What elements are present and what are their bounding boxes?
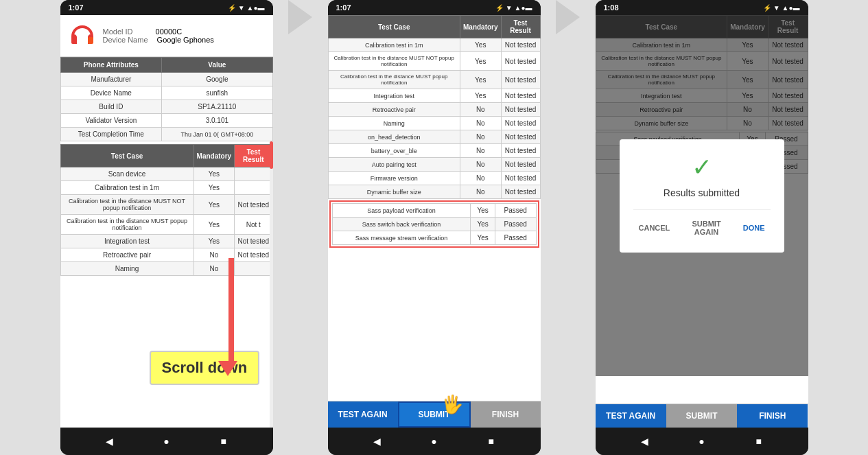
phone-2: 1:07 ⚡ ▼ ▲●▬ Test Case Mandatory Test Re… [328, 0, 541, 455]
status-icons-2: ⚡ ▼ ▲●▬ [495, 4, 532, 12]
status-bar-1: 1:07 ⚡ ▼ ▲●▬ [60, 0, 273, 15]
back-button-3[interactable]: ◀ [637, 434, 651, 448]
device-header: Model ID 00000C Device Name Google Gphon… [60, 15, 273, 57]
test-header-result: Test Result [235, 145, 272, 167]
test-again-button-2[interactable]: TEST AGAIN [328, 401, 398, 428]
cursor-hand: 🖐 [441, 394, 463, 415]
device-info: Model ID 00000C Device Name Google Gphon… [103, 27, 214, 44]
table-row: Manufacturer Google [60, 73, 272, 86]
arrow-2 [541, 0, 596, 34]
time-3: 1:08 [604, 3, 619, 12]
table-row: Retroactive pair No Not tested [328, 103, 540, 117]
attr-header-value: Value [162, 58, 272, 73]
table-row: Auto pairing test No Not tested [328, 158, 540, 172]
status-icons-3: ⚡ ▼ ▲●▬ [763, 4, 799, 12]
sass-row: Sass message stream verification Yes Pas… [332, 231, 536, 245]
headphone-icon [69, 22, 96, 49]
action-buttons-3: TEST AGAIN SUBMIT FINISH [596, 404, 808, 428]
table-row: Build ID SP1A.21110 [60, 100, 272, 114]
scroll-down-annotation: Scroll down [150, 351, 260, 385]
table-row: Calibration test in the distance MUST po… [60, 215, 272, 235]
sass-row: Sass payload verification Yes Passed [332, 204, 536, 218]
test2-header-result: Test Result [501, 16, 540, 38]
screen-3: Test Case Mandatory Test Result Calibrat… [596, 15, 808, 404]
table-row: Calibration test in 1m Yes [60, 181, 272, 195]
table-row: Naming No [60, 262, 272, 276]
phone-1: 1:07 ⚡ ▼ ▲●▬ Model ID 00000C [60, 0, 273, 455]
back-button-1[interactable]: ◀ [102, 434, 116, 448]
results-dialog-overlay: ✓ Results submitted CANCEL SUBMIT AGAIN … [596, 15, 808, 376]
table-row: Naming No Not tested [328, 117, 540, 130]
table-row: battery_over_ble No Not tested [328, 144, 540, 158]
home-button-3[interactable]: ● [694, 434, 708, 448]
status-icons-1: ⚡ ▼ ▲●▬ [228, 4, 264, 12]
dialog-cancel-button[interactable]: CANCEL [633, 217, 676, 239]
test-header-case: Test Case [60, 145, 193, 167]
table-row: Integration test Yes Not tested [328, 89, 540, 103]
status-bar-3: 1:08 ⚡ ▼ ▲●▬ [596, 0, 808, 15]
table-row: Calibration test in the distance MUST NO… [60, 195, 272, 215]
action-buttons-2: TEST AGAIN SUBMIT FINISH submit 🖐 [328, 401, 541, 428]
sass-table: Sass payload verification Yes Passed Sas… [332, 203, 537, 245]
test-table-2: Test Case Mandatory Test Result Calibrat… [328, 15, 541, 199]
test-header-mandatory: Mandatory [193, 145, 235, 167]
table-row: Calibration test in the distance MUST NO… [328, 52, 540, 71]
dialog-done-button[interactable]: DONE [738, 217, 771, 239]
nav-bar-2: ◀ ● ■ [328, 428, 541, 455]
table-row: Dynamic buffer size No Not tested [328, 185, 540, 199]
svg-rect-0 [71, 37, 77, 44]
model-id-label: Model ID [103, 27, 133, 36]
table-row: Device Name sunfish [60, 86, 272, 100]
model-id-value: 00000C [156, 27, 183, 36]
svg-rect-1 [88, 37, 93, 44]
home-button-1[interactable]: ● [159, 434, 173, 448]
test-table-1: Test Case Mandatory Test Result Scan dev… [60, 144, 273, 276]
finish-button-2[interactable]: FINISH [471, 401, 541, 428]
screen-2[interactable]: Test Case Mandatory Test Result Calibrat… [328, 15, 541, 401]
nav-bar-1: ◀ ● ■ [60, 428, 273, 455]
dialog-title: Results submitted [633, 187, 771, 198]
recent-button-3[interactable]: ■ [752, 434, 766, 448]
table-row: Calibration test in the distance MUST po… [328, 71, 540, 89]
table-row: Scan device Yes [60, 167, 272, 181]
test2-header-mandatory: Mandatory [460, 16, 502, 38]
status-bar-2: 1:07 ⚡ ▼ ▲●▬ [328, 0, 541, 15]
dialog-buttons: CANCEL SUBMIT AGAIN DONE [633, 209, 771, 239]
attr-header-name: Phone Attributes [60, 58, 162, 73]
home-button-2[interactable]: ● [427, 434, 441, 448]
device-name-value: Google Gphones [157, 36, 214, 44]
phone-3: 1:08 ⚡ ▼ ▲●▬ Test Case Mandatory Test Re… [596, 0, 808, 455]
test-again-button-3[interactable]: TEST AGAIN [596, 404, 666, 428]
time-2: 1:07 [336, 3, 351, 12]
recent-button-2[interactable]: ■ [484, 434, 498, 448]
attributes-table: Phone Attributes Value Manufacturer Goog… [60, 57, 273, 141]
nav-bar-3: ◀ ● ■ [596, 428, 808, 455]
table-row: Validator Version 3.0.101 [60, 114, 272, 128]
recent-button-1[interactable]: ■ [217, 434, 231, 448]
arrow-1 [273, 0, 328, 34]
sass-section: SASSitems Sass payload verification Yes … [329, 200, 539, 248]
table-row: Retroactive pair No Not tested [60, 248, 272, 262]
dialog-submit-again-button[interactable]: SUBMIT AGAIN [675, 217, 737, 239]
screen-1: Model ID 00000C Device Name Google Gphon… [60, 15, 273, 428]
right-arrow-1 [288, 0, 312, 34]
checkmark-icon: ✓ [633, 153, 771, 182]
right-arrow-2 [556, 0, 580, 34]
sass-row: Sass switch back verification Yes Passed [332, 218, 536, 231]
device-name-label: Device Name [103, 36, 148, 44]
table-row: on_head_detection No Not tested [328, 130, 540, 144]
time-1: 1:07 [69, 3, 84, 12]
test2-header-case: Test Case [328, 16, 460, 38]
table-row: Firmware version No Not tested [328, 172, 540, 185]
finish-button-3[interactable]: FINISH [737, 404, 808, 428]
table-row: Integration test Yes Not tested [60, 235, 272, 248]
back-button-2[interactable]: ◀ [370, 434, 384, 448]
results-dialog: ✓ Results submitted CANCEL SUBMIT AGAIN … [620, 139, 784, 253]
table-row: Calibration test in 1m Yes Not tested [328, 38, 540, 52]
submit-button-3[interactable]: SUBMIT [666, 404, 737, 428]
table-row: Test Completion Time Thu Jan 01 0( GMT+0… [60, 128, 272, 141]
